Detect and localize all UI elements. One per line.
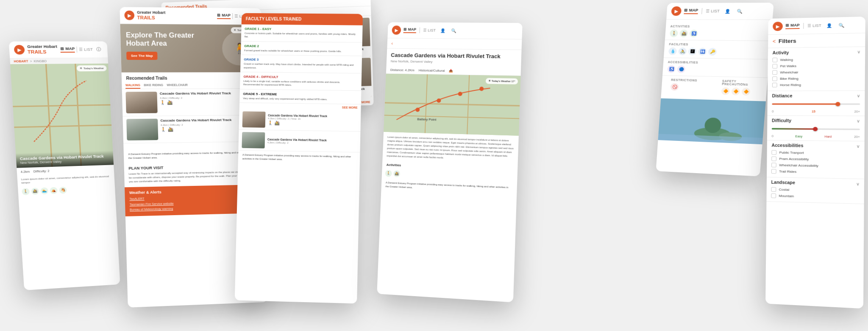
distance-thumb[interactable] (835, 102, 840, 106)
detail-list-tab[interactable]: ☰ LIST (423, 28, 436, 33)
info-search-nav-icon[interactable]: 🔍 (735, 7, 744, 15)
checkbox-wheelchairaccess[interactable] (771, 163, 776, 167)
info-accessibility-section: Accessibilities ♿ 🔵 (662, 58, 769, 78)
map-view[interactable]: ☀ Today's Weather Cascade Gardens via Ho… (10, 64, 114, 168)
difficulty-thumb[interactable] (813, 127, 818, 131)
map-tab-label: MAP (65, 47, 75, 51)
tab-bike[interactable]: BIKE RIDING (144, 82, 163, 89)
diff-level-desc-4: Likely to be a single trail, variable su… (243, 79, 358, 88)
difficulty-slider[interactable] (772, 125, 860, 134)
checkbox-petwalks[interactable] (772, 64, 777, 69)
filters-list-tab[interactable]: ☰ LIST (807, 23, 821, 28)
distance-min-label: 0 (772, 110, 773, 113)
checkbox-mountain[interactable] (771, 194, 776, 198)
rec-list-icon: ☰ (234, 14, 238, 18)
difficulty-hard-label: Hard (825, 135, 832, 138)
info-restrict-icon: 🚫 (670, 83, 679, 91)
diff-trail-1[interactable]: Cascade Gardens Via Hobart Rivulet Track… (239, 109, 361, 132)
map-tab[interactable]: ⊞ MAP (60, 47, 75, 53)
filters-person-icon[interactable]: 👤 (825, 22, 833, 29)
filters-map-tab[interactable]: ⊞ MAP (785, 23, 800, 29)
info-safety-icon-1: 🔶 (721, 87, 730, 95)
walk-sm-icon-2: 🚶 (161, 127, 166, 132)
info-safety-icons: 🔶 🔶 🔶 (721, 87, 757, 95)
rec-map-tab[interactable]: ⊞ MAP (217, 13, 231, 19)
diff-level-desc-2: Formed gravel tracks suitable for wheelc… (244, 49, 359, 53)
accessibility-filter-header: Accessibilities ∨ (771, 143, 860, 149)
detail-search-icon[interactable]: 🔍 (450, 27, 457, 34)
checkbox-horseriding[interactable] (772, 83, 777, 87)
diff-header-title: FACULTY LEVELS TRAINED (246, 17, 359, 22)
diff-trail-2[interactable]: Cascade Gardens Via Hobart Rivulet Track… (238, 130, 360, 152)
diff-level-desc-5: Very steep and difficult, only very expe… (243, 96, 358, 101)
landscape-chevron-icon: ∨ (856, 182, 860, 186)
info-restrictions-title: Restrictions (671, 79, 706, 82)
detail-nav-icons: ⊞ MAP ☰ LIST 👤 🔍 (403, 26, 457, 34)
detail-map-tab[interactable]: ⊞ MAP (403, 27, 417, 33)
info-wheelchair2-icon: ♿ (667, 65, 676, 73)
rec-map-tab-label: MAP (222, 13, 231, 17)
checkbox-wheelchair[interactable] (772, 70, 777, 75)
diff-level-3: GRADE 3 Gravel or earthen track only. Ma… (240, 55, 362, 74)
detail-person-icon[interactable]: 👤 (439, 27, 447, 34)
detail-back[interactable]: ‹ (387, 38, 522, 50)
checkbox-pram[interactable] (771, 157, 776, 161)
info-safety-title: Safety Precautions (722, 79, 758, 86)
filter-option-horseriding: Horse Riding (772, 81, 860, 88)
see-map-button[interactable]: See The Map (126, 52, 157, 60)
activity-filter-group: Activity ∨ Walking Pet Walks Wheelchair … (768, 47, 865, 91)
detail-map[interactable]: Battery Point ☀ Today's Weather 17° (384, 73, 520, 135)
info-restrictions-icons: 🚫 (670, 83, 706, 92)
checkbox-bikeriding[interactable] (772, 76, 777, 81)
tab-walking[interactable]: WALKING (125, 82, 140, 89)
distance-fill (772, 104, 837, 105)
filters-list-icon: ☰ (807, 24, 811, 28)
filters-back-icon[interactable]: < (773, 38, 776, 44)
list-icon: ☰ (79, 48, 83, 52)
info-water-icon: 💧 (668, 48, 677, 55)
filter-option-wheelchair: Wheelchair (772, 69, 860, 76)
info-facilities-icons: 💧 🚴 🅿 🚻 🔑 (668, 48, 765, 56)
distance-chevron-icon: ∨ (857, 93, 860, 98)
checkbox-coastal[interactable] (771, 187, 776, 192)
walk-sm-icon: 🚶 (160, 101, 165, 105)
rec-logo-text-block: Greater Hobart TRAILS (137, 11, 166, 20)
diff-trail-icons-1: 🚶 🚵 (268, 120, 357, 127)
info-access2-icon: 🔵 (677, 65, 685, 73)
info-person-nav-icon[interactable]: 👤 (723, 7, 732, 15)
filters-logo-icon: ▶ (773, 22, 783, 31)
filters-search-icon[interactable]: 🔍 (837, 21, 846, 29)
list-tab[interactable]: ☰ LIST (79, 48, 93, 52)
filter-label-publictransport: Public Tranport (779, 151, 804, 155)
rec-hero-text: Explore The Greater Hobart Area See The … (126, 31, 219, 60)
diff-level-name-4: GRADE 4 - DIFFICULT (243, 75, 358, 80)
tab-wheelchair[interactable]: WHEELCHAIR (167, 82, 188, 89)
difficulty-max-label: 20+ (854, 135, 860, 138)
checkbox-walking[interactable] (772, 58, 777, 62)
info-map-icon: ⊞ (684, 8, 688, 12)
filter-label-trailrides: Trail Rides (779, 170, 796, 174)
diff-level-4: GRADE 4 - DIFFICULT Likely to be a singl… (240, 72, 362, 91)
svg-text:Battery Point: Battery Point (417, 117, 437, 121)
diff-level-5: GRADE 5 - EXTREME Very steep and difficu… (239, 89, 361, 104)
info-bike2-icon: 🚴 (678, 48, 687, 55)
checkbox-publictransport[interactable] (771, 150, 776, 155)
detail-location: New Norfolk, Derwent Valley (391, 59, 517, 65)
info-bike-icon: 🚵 (679, 30, 688, 37)
info-restrictions-section: Restrictions 🚫 (665, 76, 710, 97)
filter-option-bikeriding: Bike Riding (772, 75, 860, 82)
distance-filter-title: Distiance (772, 93, 793, 98)
info-restrictions-row: Restrictions 🚫 Safety Precautions 🔶 🔶 🔶 (661, 76, 768, 98)
detail-map-label: MAP (408, 27, 416, 31)
info-map-tab[interactable]: ⊞ MAP (684, 8, 698, 14)
filters-map-icon: ⊞ (785, 23, 789, 28)
detail-share-icon[interactable]: 📤 (449, 69, 453, 73)
distance-slider[interactable] (772, 100, 860, 108)
checkbox-trailrides[interactable] (771, 169, 776, 174)
info-accessibility-icons: ♿ 🔵 (667, 65, 764, 75)
info-safety-icon-2: 🔶 (731, 87, 740, 95)
activity-filter-header: Activity ∨ (773, 50, 860, 55)
info-icon[interactable]: ⓘ (95, 46, 103, 53)
info-list-tab[interactable]: ☰ LIST (706, 9, 720, 13)
filters-nav-icons: ⊞ MAP ☰ LIST 👤 🔍 (785, 21, 846, 30)
